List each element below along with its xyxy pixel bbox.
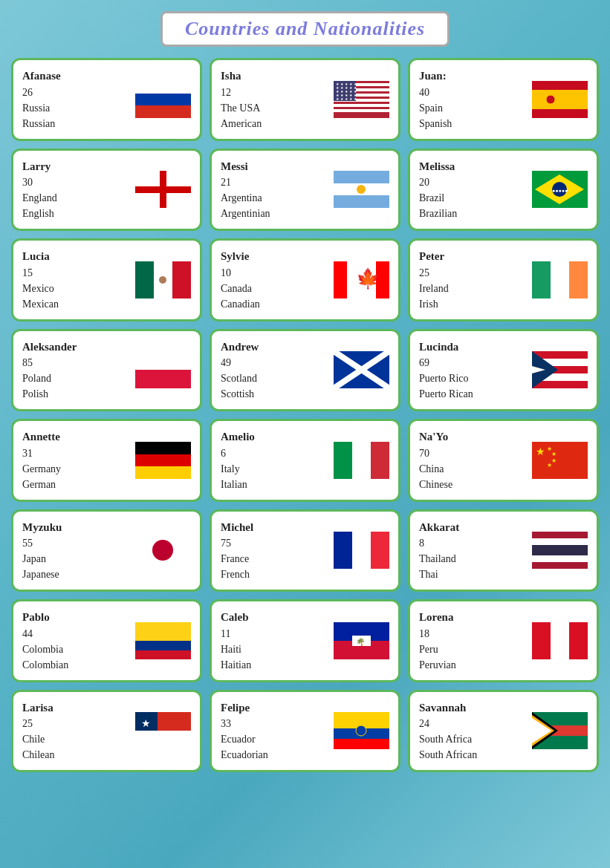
- card-item: Na'Yo 70 China Chinese ★★★★★: [408, 419, 599, 502]
- card-text: Caleb 11 Haiti Haitian: [221, 609, 251, 673]
- card-nationality: Irish: [419, 296, 449, 312]
- card-flag: [532, 532, 588, 569]
- card-text: Afanase 26 Russia Russian: [22, 68, 61, 131]
- card-country: Russia: [22, 100, 61, 116]
- card-nationality: Peruvian: [419, 657, 456, 673]
- card-text: Lucia 15 Mexico Mexican: [22, 248, 59, 312]
- card-country: South Africa: [419, 731, 477, 747]
- svg-text:🌴: 🌴: [356, 637, 366, 647]
- svg-rect-95: [135, 650, 191, 659]
- card-item: Sylvie 10 Canada Canadian 🍁: [210, 238, 400, 322]
- card-text: Messi 21 Argentina Argentinian: [221, 158, 270, 222]
- card-nationality: Puerto Rican: [419, 386, 473, 402]
- svg-rect-60: [569, 261, 588, 298]
- card-flag: ●●●●●: [532, 171, 588, 208]
- card-flag: [135, 442, 191, 479]
- card-name: Peter: [419, 248, 449, 265]
- card-country: Scotland: [221, 371, 259, 386]
- card-flag: [532, 622, 588, 659]
- svg-text:★: ★: [536, 446, 545, 457]
- card-item: Peter 25 Ireland Irish: [408, 238, 599, 322]
- card-country: Poland: [22, 371, 77, 386]
- card-text: Isha 12 The USA American: [221, 68, 262, 131]
- svg-text:🍁: 🍁: [356, 267, 380, 290]
- card-flag: [334, 532, 389, 569]
- card-nationality: Chinese: [419, 477, 452, 492]
- card-item: Isha 12 The USA American ★★★★★★★★★★★★★★★…: [210, 58, 400, 141]
- svg-text:★: ★: [141, 718, 151, 729]
- card-nationality: Canadian: [221, 296, 260, 312]
- card-flag: [135, 622, 191, 659]
- card-text: Larry 30 England English: [22, 158, 57, 222]
- card-flag: ★★★★★: [532, 442, 588, 479]
- card-text: Savannah 24 South Africa South African: [419, 699, 477, 763]
- card-flag: [135, 261, 191, 298]
- card-text: Peter 25 Ireland Irish: [419, 248, 449, 312]
- card-nationality: Colombian: [22, 657, 68, 673]
- card-name: Felipe: [221, 699, 268, 717]
- card-item: Lucinda 69 Puerto Rico Puerto Rican: [408, 329, 599, 412]
- card-text: Melissa 20 Brazil Brazilian: [419, 158, 457, 222]
- card-nationality: South African: [419, 747, 477, 763]
- card-nationality: Spanish: [419, 116, 452, 131]
- card-text: Juan: 40 Spain Spanish: [419, 68, 452, 131]
- card-item: Akkarat 8 Thailand Thai: [408, 509, 599, 593]
- card-flag: [334, 171, 389, 208]
- card-nationality: Scottish: [221, 386, 259, 402]
- card-age: 49: [221, 355, 259, 371]
- svg-text:★: ★: [551, 451, 557, 457]
- svg-rect-94: [135, 641, 191, 650]
- card-name: Larry: [22, 158, 57, 175]
- card-name: Annette: [22, 428, 61, 446]
- svg-rect-89: [371, 532, 389, 569]
- card-text: Aleksander 85 Poland Polish: [22, 339, 77, 402]
- card-text: Pablo 44 Colombia Colombian: [22, 609, 68, 673]
- card-age: 11: [221, 626, 251, 642]
- card-nationality: Russian: [22, 116, 61, 131]
- svg-rect-104: [135, 731, 191, 749]
- card-age: 21: [221, 174, 270, 190]
- card-country: Chile: [22, 731, 55, 747]
- card-item: Larry 30 England English: [11, 149, 202, 232]
- svg-point-86: [152, 540, 173, 561]
- svg-rect-37: [532, 90, 588, 109]
- card-age: 24: [419, 716, 477, 731]
- card-country: Spain: [419, 100, 452, 116]
- card-nationality: Polish: [22, 386, 77, 402]
- card-age: 25: [419, 265, 449, 281]
- card-name: Sylvie: [221, 248, 260, 265]
- card-name: Andrew: [221, 339, 259, 356]
- card-country: Haiti: [221, 642, 251, 657]
- card-name: Akkarat: [419, 519, 459, 536]
- card-nationality: German: [22, 477, 61, 492]
- card-nationality: French: [221, 567, 253, 582]
- svg-rect-52: [172, 261, 191, 298]
- card-age: 75: [221, 535, 253, 551]
- card-item: Aleksander 85 Poland Polish: [11, 329, 202, 412]
- card-age: 33: [221, 716, 268, 731]
- card-flag: [334, 351, 389, 388]
- svg-rect-109: [334, 739, 389, 749]
- card-nationality: Thai: [419, 567, 459, 582]
- svg-rect-77: [352, 442, 371, 479]
- card-text: Akkarat 8 Thailand Thai: [419, 519, 459, 583]
- card-flag: [135, 171, 191, 208]
- card-item: Melissa 20 Brazil Brazilian ●●●●●: [408, 149, 599, 232]
- card-item: Andrew 49 Scotland Scottish: [210, 329, 400, 412]
- card-age: 18: [419, 626, 456, 642]
- card-text: Annette 31 Germany German: [22, 428, 61, 492]
- card-name: Lorena: [419, 609, 456, 626]
- svg-rect-62: [135, 370, 191, 388]
- svg-point-38: [546, 95, 555, 104]
- card-item: Myzuku 55 Japan Japanese: [11, 509, 202, 593]
- card-text: Michel 75 France French: [221, 519, 253, 583]
- card-name: Aleksander: [22, 339, 77, 356]
- svg-rect-87: [334, 532, 352, 569]
- card-name: Michel: [221, 519, 253, 536]
- card-age: 15: [22, 265, 59, 281]
- card-item: Amelio 6 Italy Italian: [210, 419, 400, 502]
- card-age: 25: [22, 716, 55, 731]
- card-nationality: Argentinian: [221, 206, 270, 221]
- card-item: Pablo 44 Colombia Colombian: [11, 599, 202, 682]
- card-age: 40: [419, 85, 452, 100]
